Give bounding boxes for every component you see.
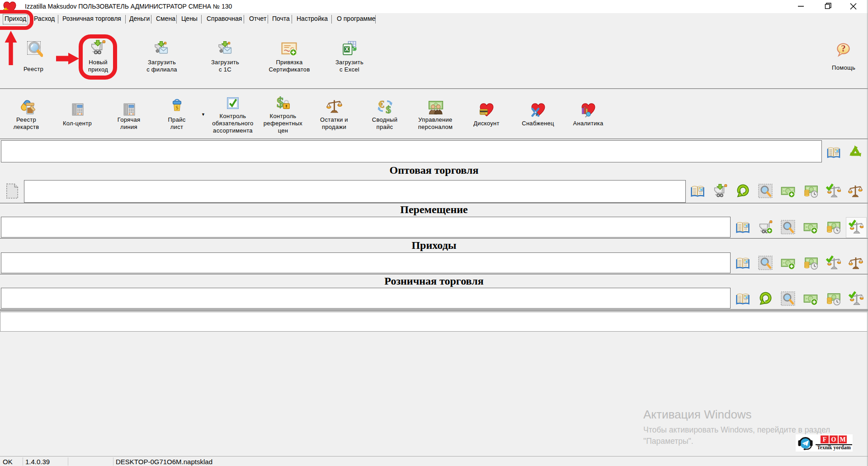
svg-text:F: F <box>823 436 827 443</box>
svg-text:Texnik yordam: Texnik yordam <box>817 445 851 451</box>
svg-text:M: M <box>840 436 845 443</box>
svg-text:O: O <box>831 436 836 443</box>
